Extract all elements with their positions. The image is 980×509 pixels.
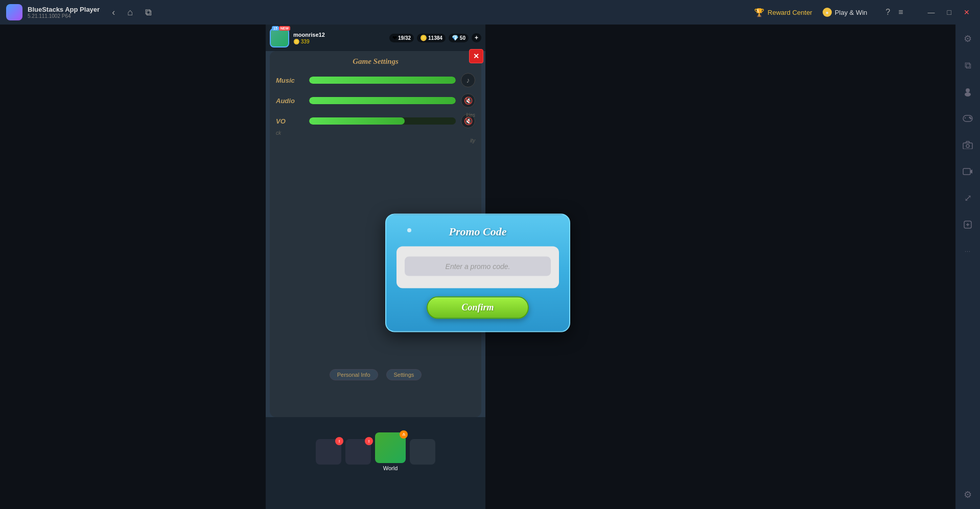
svg-point-0 [966, 88, 970, 92]
settings-sidebar-icon[interactable]: ⚙ [960, 31, 976, 47]
video-sidebar-icon[interactable] [960, 163, 976, 180]
promo-title: Promo Code [396, 225, 559, 238]
home-button[interactable]: ⌂ [125, 5, 135, 20]
svg-point-5 [969, 117, 970, 118]
app-logo [6, 4, 22, 20]
multi-button[interactable]: ⧉ [143, 5, 154, 20]
window-controls: — □ ✕ [924, 6, 974, 18]
macro-sidebar-icon[interactable] [960, 216, 976, 233]
promo-input-wrapper: Enter a promo code. [396, 246, 559, 288]
promo-confirm-button[interactable]: Confirm [427, 296, 529, 319]
minimize-button[interactable]: — [924, 6, 939, 18]
close-button[interactable]: ✕ [960, 6, 974, 18]
play-win-button[interactable]: ● Play & Win [823, 8, 868, 17]
help-button[interactable]: ? [885, 8, 890, 17]
svg-point-8 [966, 144, 969, 148]
titlebar-icon-buttons: ? ≡ [885, 8, 903, 17]
menu-button[interactable]: ≡ [898, 8, 903, 17]
svg-rect-7 [963, 143, 972, 149]
more-sidebar-icon[interactable]: ··· [960, 243, 976, 259]
layers-sidebar-icon[interactable]: ⧉ [960, 57, 976, 74]
promo-dialog: Promo Code Enter a promo code. Confirm [385, 213, 570, 332]
titlebar-actions: 🏆 Reward Center ● Play & Win ? ≡ — □ ✕ [754, 6, 974, 18]
nav-controls: ‹ ⌂ ⧉ [110, 5, 154, 20]
promo-overlay: Promo Code Enter a promo code. Confirm [0, 25, 955, 509]
bottom-settings-icon[interactable]: ⚙ [960, 487, 976, 503]
promo-input-display[interactable]: Enter a promo code. [405, 256, 551, 276]
play-win-label: Play & Win [835, 9, 868, 16]
back-button[interactable]: ‹ [110, 5, 117, 20]
reward-center-label: Reward Center [767, 9, 812, 16]
app-info: BlueStacks App Player 5.21.111.1002 P64 [28, 6, 100, 19]
svg-rect-9 [963, 168, 970, 175]
reward-center-button[interactable]: 🏆 Reward Center [754, 8, 812, 17]
titlebar: BlueStacks App Player 5.21.111.1002 P64 … [0, 0, 980, 25]
camera-sidebar-icon[interactable] [960, 137, 976, 153]
right-sidebar: ⚙ ⧉ ⤢ ··· ⚙ [955, 25, 980, 509]
controller-sidebar-icon[interactable] [960, 110, 976, 127]
svg-point-6 [970, 118, 971, 119]
app-name: BlueStacks App Player [28, 6, 100, 13]
main-content: 15 NEW moonrise12 🪙 339 ❤ 19/32 🪙 11384 [0, 25, 955, 509]
resize-sidebar-icon[interactable]: ⤢ [960, 190, 976, 206]
app-version: 5.21.111.1002 P64 [28, 13, 100, 19]
person-sidebar-icon[interactable] [960, 84, 976, 100]
reward-icon: 🏆 [754, 8, 764, 17]
play-win-icon: ● [823, 8, 832, 17]
maximize-button[interactable]: □ [943, 6, 955, 18]
promo-placeholder: Enter a promo code. [446, 262, 510, 270]
svg-point-1 [965, 92, 971, 96]
